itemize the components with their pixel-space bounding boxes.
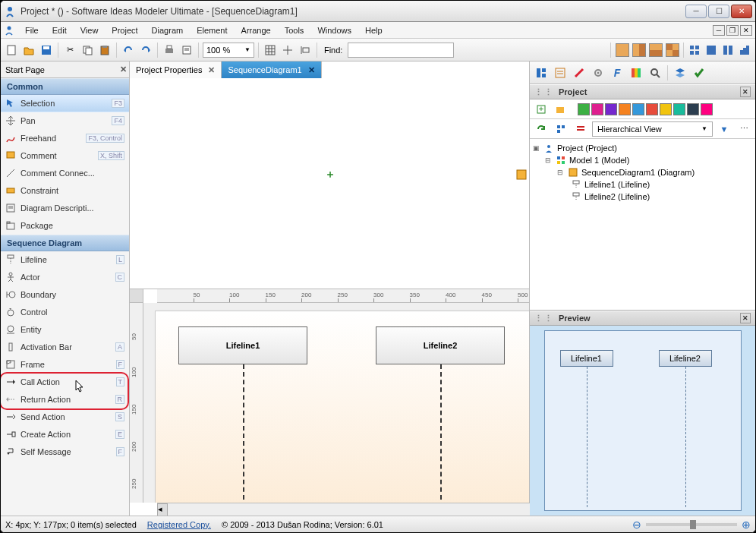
tree-collapse-button[interactable]: [572, 121, 589, 137]
tool-create-action[interactable]: Create ActionE: [1, 426, 129, 443]
rt-layers-icon[interactable]: [672, 65, 688, 81]
print-button[interactable]: [162, 43, 177, 58]
tab-sequence-diagram[interactable]: SequenceDiagram1✕: [222, 62, 321, 78]
layout3-button[interactable]: [648, 43, 663, 58]
toolbox-head-sequence[interactable]: Sequence Diagram: [1, 235, 129, 251]
zoom-slider[interactable]: [646, 523, 737, 526]
redo-button[interactable]: [138, 43, 153, 58]
tree-diagram[interactable]: SequenceDiagram1 (Diagram): [581, 168, 695, 177]
tab-start-close[interactable]: ✕: [115, 62, 129, 77]
menu-diagram[interactable]: Diagram: [146, 24, 190, 36]
zoom-combo[interactable]: ▼: [203, 43, 254, 58]
undo-button[interactable]: [121, 43, 136, 58]
cut-button[interactable]: ✂: [62, 43, 77, 58]
color-swatch[interactable]: [673, 103, 685, 115]
tool-diagram-descripti-[interactable]: Diagram Descripti...: [1, 200, 129, 217]
open-button[interactable]: [21, 43, 36, 58]
tool-boundary[interactable]: Boundary: [1, 286, 129, 304]
view-split-button[interactable]: [720, 43, 736, 58]
view-mode-combo[interactable]: Hierarchical View▼: [592, 121, 713, 137]
save-button[interactable]: [39, 43, 54, 58]
tree-expand-button[interactable]: [553, 121, 569, 137]
menu-file[interactable]: File: [19, 24, 45, 36]
layout4-button[interactable]: [665, 43, 680, 58]
color-swatch[interactable]: [632, 103, 644, 115]
expand-icon[interactable]: ⊟: [543, 156, 553, 164]
tool-send-action[interactable]: Send ActionS: [1, 408, 129, 426]
tab-seq-close[interactable]: ✕: [308, 65, 315, 75]
preview-panel-header[interactable]: ⋮⋮Preview✕: [530, 311, 755, 326]
color-swatch[interactable]: [646, 103, 658, 115]
rt-font-icon[interactable]: F: [609, 65, 625, 81]
mdi-close-button[interactable]: ✕: [740, 25, 752, 36]
project-panel-header[interactable]: ⋮⋮Project✕: [530, 84, 755, 99]
color-swatch[interactable]: [591, 103, 603, 115]
tool-activation-bar[interactable]: Activation BarA: [1, 339, 129, 356]
color-swatch[interactable]: [578, 103, 590, 115]
expand-icon[interactable]: ▣: [531, 144, 540, 152]
menu-project[interactable]: Project: [106, 24, 143, 36]
copy-button[interactable]: [80, 43, 95, 58]
status-registration-link[interactable]: Registered Copy.: [147, 520, 211, 529]
rt-props-icon[interactable]: [552, 65, 569, 81]
expand-icon[interactable]: ⊟: [556, 169, 565, 176]
menu-help[interactable]: Help: [359, 24, 389, 36]
tool-constraint[interactable]: Constraint: [1, 182, 129, 200]
tool-self-message[interactable]: Self MessageF: [1, 443, 129, 461]
find-input[interactable]: [348, 43, 454, 58]
rt-style-icon[interactable]: [571, 65, 587, 81]
paste-button[interactable]: [97, 43, 112, 58]
rt-check-icon[interactable]: [691, 65, 707, 81]
layout1-button[interactable]: [615, 43, 630, 58]
lifeline2-line[interactable]: [440, 364, 442, 503]
rt-search-icon[interactable]: [647, 65, 663, 81]
lifeline1-header[interactable]: Lifeline1: [178, 326, 307, 364]
tab-props-close[interactable]: ✕: [208, 65, 215, 75]
more-button[interactable]: ⋯: [736, 121, 752, 137]
grid-button[interactable]: [263, 43, 278, 58]
tab-options-button[interactable]: [514, 62, 529, 289]
tree-lifeline1[interactable]: Lifeline1 (Lifeline): [584, 180, 650, 189]
color-swatch[interactable]: [660, 103, 672, 115]
menu-arrange[interactable]: Arrange: [235, 24, 277, 36]
tool-lifeline[interactable]: LifelineL: [1, 251, 129, 269]
tool-actor[interactable]: ActorC: [1, 269, 129, 286]
tool-return-action[interactable]: Return ActionR: [1, 391, 129, 408]
menu-edit[interactable]: Edit: [46, 24, 73, 36]
color-swatch[interactable]: [605, 103, 617, 115]
project-tree[interactable]: ▣Project (Project) ⊟Model 1 (Model) ⊟Seq…: [530, 139, 755, 310]
canvas[interactable]: Lifeline1 Lifeline2: [143, 303, 529, 503]
tool-freehand[interactable]: FreehandF3, Control: [1, 130, 129, 147]
tab-project-properties[interactable]: Project Properties✕: [130, 62, 222, 78]
add-diagram-button[interactable]: +: [533, 101, 550, 118]
add-folder-button[interactable]: [552, 101, 569, 118]
snap-button[interactable]: [280, 43, 295, 58]
preview-canvas[interactable]: Lifeline1 Lifeline2: [530, 326, 755, 516]
tool-pan[interactable]: PanF4: [1, 112, 129, 130]
tool-control[interactable]: Control: [1, 304, 129, 321]
maximize-button[interactable]: ☐: [708, 5, 729, 18]
view-single-button[interactable]: [704, 43, 719, 58]
lifeline2-header[interactable]: Lifeline2: [376, 326, 505, 364]
tool-selection[interactable]: SelectionF3: [1, 95, 129, 112]
toolbox-head-common[interactable]: Common: [1, 78, 129, 95]
filter-button[interactable]: ▼: [716, 121, 732, 137]
lifeline1-line[interactable]: [243, 364, 244, 503]
menu-view[interactable]: View: [74, 24, 105, 36]
mdi-minimize-button[interactable]: ─: [713, 25, 725, 36]
menu-element[interactable]: Element: [191, 24, 233, 36]
tree-lifeline2[interactable]: Lifeline2 (Lifeline): [584, 192, 650, 201]
project-panel-close[interactable]: ✕: [740, 87, 751, 97]
tool-comment-connec-[interactable]: Comment Connec...: [1, 165, 129, 182]
rt-project-icon[interactable]: [533, 65, 550, 81]
menu-windows[interactable]: Windows: [311, 24, 358, 36]
tool-comment[interactable]: CommentX, Shift: [1, 147, 129, 165]
zoom-out-icon[interactable]: ⊖: [632, 519, 641, 531]
tool-package[interactable]: Package: [1, 217, 129, 235]
layout2-button[interactable]: [632, 43, 647, 58]
doclist-button[interactable]: [179, 43, 194, 58]
preview-panel-close[interactable]: ✕: [740, 313, 751, 323]
color-swatch[interactable]: [687, 103, 699, 115]
align-guide-button[interactable]: [298, 43, 313, 58]
tree-root[interactable]: Project (Project): [557, 144, 617, 153]
